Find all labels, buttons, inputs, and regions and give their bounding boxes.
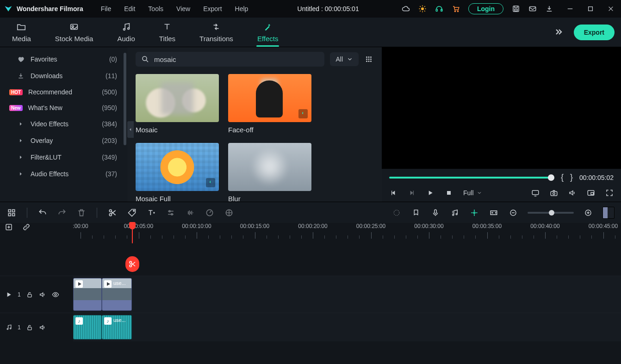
sidebar-item-recommended[interactable]: HOTRecommended (500) [0, 84, 127, 100]
color-wheel-icon[interactable] [224, 208, 234, 218]
zoom-in-icon[interactable] [583, 208, 593, 218]
caret-right-icon [17, 136, 25, 145]
preview-quality-dropdown[interactable]: Full [463, 189, 482, 197]
render-gear-icon[interactable] [391, 208, 402, 218]
volume-icon[interactable] [568, 189, 577, 197]
time-ruler[interactable]: :00:0000:00:05:0000:00:10:0000:00:15:000… [73, 223, 621, 243]
adjust-sliders-icon[interactable] [166, 208, 176, 218]
undo-icon[interactable] [37, 208, 48, 218]
search-field[interactable] [136, 52, 324, 67]
menu-file[interactable]: File [94, 3, 118, 14]
menu-export[interactable]: Export [197, 3, 228, 14]
view-grid-icon[interactable] [364, 55, 373, 64]
timeline-minimap[interactable] [602, 207, 615, 219]
layout-grid-icon[interactable] [6, 208, 17, 218]
sidebar-item-video-effects[interactable]: Video Effects (384) [0, 116, 127, 132]
marker-icon[interactable] [411, 208, 421, 218]
add-text-icon[interactable] [146, 208, 156, 218]
save-icon[interactable] [512, 5, 520, 13]
fit-width-icon[interactable] [489, 208, 499, 218]
svg-rect-9 [436, 9, 437, 12]
link-icon[interactable] [22, 223, 31, 231]
tab-transitions[interactable]: Transitions [187, 18, 245, 47]
video-clip[interactable]: use... [102, 278, 132, 311]
tag-icon[interactable] [127, 208, 137, 218]
add-track-icon[interactable] [5, 223, 13, 231]
step-forward-icon[interactable] [408, 189, 416, 197]
scissors-icon[interactable] [107, 208, 118, 218]
mark-in-icon[interactable]: { [561, 173, 564, 182]
playhead[interactable] [132, 223, 133, 243]
sidebar-item-whats-new[interactable]: NewWhat's New (950) [0, 100, 127, 116]
idea-icon[interactable] [418, 5, 427, 13]
mark-out-icon[interactable]: } [570, 173, 573, 182]
tab-audio[interactable]: Audio [105, 18, 147, 47]
audio-clip[interactable]: ♪ [73, 315, 102, 339]
audio-waveform-icon[interactable] [185, 208, 195, 218]
effect-card-mosaic[interactable]: Mosaic [136, 74, 219, 134]
fullscreen-icon[interactable] [605, 189, 614, 197]
voiceover-mic-icon[interactable] [430, 208, 441, 218]
tab-titles[interactable]: Titles [147, 18, 187, 47]
zoom-knob[interactable] [549, 210, 554, 216]
trash-icon[interactable] [76, 208, 87, 218]
tabs-more-icon[interactable] [552, 25, 565, 39]
sidebar-item-audio-effects[interactable]: Audio Effects (37) [0, 166, 127, 182]
sidebar-item-overlay[interactable]: Overlay (203) [0, 132, 127, 149]
download-badge-icon[interactable] [298, 109, 308, 118]
lock-icon[interactable] [25, 290, 34, 299]
stop-icon[interactable] [445, 189, 453, 197]
tab-media[interactable]: Media [0, 18, 43, 47]
cloud-icon[interactable] [402, 5, 410, 13]
video-track-body[interactable]: use... [73, 276, 621, 313]
cart-icon[interactable] [452, 5, 460, 13]
redo-icon[interactable] [57, 208, 67, 218]
effect-card-mosaic-full[interactable]: Mosaic Full [136, 143, 219, 202]
search-input[interactable] [154, 56, 319, 63]
visibility-eye-icon[interactable] [51, 290, 60, 299]
download-badge-icon[interactable] [206, 178, 215, 187]
menu-edit[interactable]: Edit [118, 3, 142, 14]
lock-icon[interactable] [25, 323, 34, 332]
audio-clip[interactable]: ♪use... [102, 315, 132, 339]
zoom-out-icon[interactable] [508, 208, 518, 218]
display-icon[interactable] [531, 189, 540, 197]
window-close-icon[interactable] [607, 5, 615, 12]
speed-icon[interactable] [205, 208, 215, 218]
auto-reframe-icon[interactable] [469, 208, 479, 218]
audio-track-body[interactable]: ♪♪use... [73, 313, 621, 341]
login-button[interactable]: Login [468, 3, 503, 14]
window-maximize-icon[interactable] [587, 5, 594, 12]
sidebar-item-favorites[interactable]: Favorites (0) [0, 51, 127, 68]
sidebar-scrollbar[interactable] [124, 53, 126, 145]
sidebar-item-filter-lut[interactable]: Filter&LUT (349) [0, 149, 127, 166]
mute-icon[interactable] [38, 323, 47, 332]
sidebar-item-downloads[interactable]: Downloads (11) [0, 68, 127, 84]
mute-icon[interactable] [38, 290, 47, 299]
window-minimize-icon[interactable] [566, 5, 574, 12]
menu-view[interactable]: View [170, 3, 197, 14]
effect-card-faceoff[interactable]: Face-off [228, 74, 311, 134]
export-button[interactable]: Export [574, 25, 615, 40]
preview-canvas[interactable] [382, 47, 621, 169]
audio-mixer-icon[interactable] [450, 208, 460, 218]
video-clip[interactable] [73, 278, 102, 311]
mail-icon[interactable] [528, 5, 537, 13]
support-headset-icon[interactable] [435, 5, 443, 13]
tab-stock-media[interactable]: Stock Media [43, 18, 106, 47]
pip-icon[interactable] [587, 189, 595, 197]
download-icon[interactable] [545, 5, 553, 13]
snapshot-camera-icon[interactable] [550, 189, 558, 197]
menu-help[interactable]: Help [229, 3, 255, 14]
step-back-icon[interactable] [389, 189, 397, 197]
filter-dropdown[interactable]: All [330, 52, 359, 66]
zoom-slider[interactable] [528, 212, 574, 214]
preview-scrubber[interactable] [389, 177, 554, 179]
panel-collapse-handle[interactable] [127, 121, 134, 138]
split-bubble-icon[interactable] [125, 256, 139, 272]
menu-tools[interactable]: Tools [142, 3, 170, 14]
scrub-knob[interactable] [548, 174, 554, 181]
play-icon[interactable] [426, 189, 435, 197]
tab-effects[interactable]: Effects [245, 18, 291, 47]
effect-card-blur[interactable]: Blur [228, 143, 311, 202]
